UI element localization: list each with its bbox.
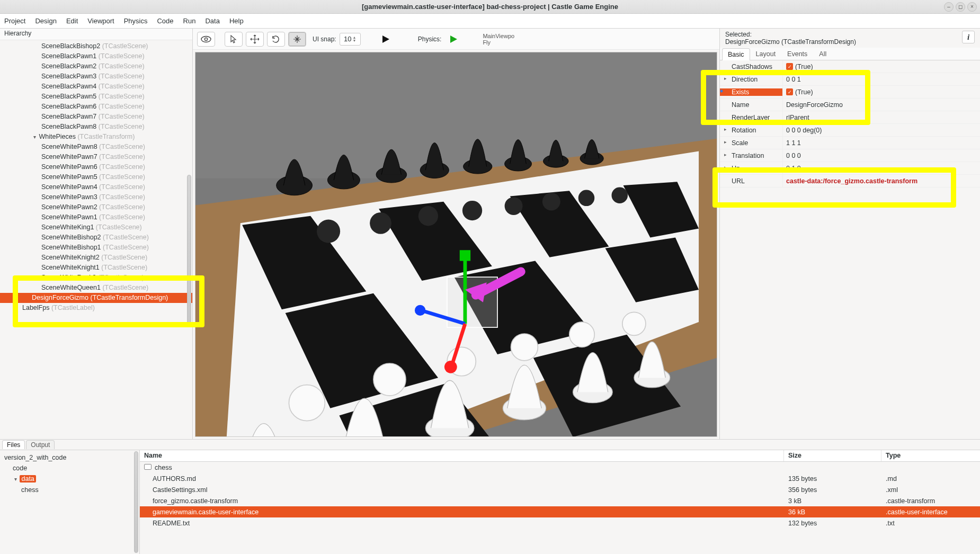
menu-physics[interactable]: Physics (124, 17, 148, 25)
file-tree-scrollbar[interactable] (134, 451, 138, 553)
property-value[interactable]: 0 0 0 (782, 149, 980, 162)
tree-row[interactable]: SceneBlackPawn3 (TCastleScene) (0, 72, 192, 82)
property-row[interactable]: ◆Exists✓(True) (720, 86, 980, 99)
property-value[interactable]: rlParent (782, 111, 980, 123)
tab-events[interactable]: Events (781, 48, 813, 60)
menu-edit[interactable]: Edit (66, 17, 78, 25)
tree-row[interactable]: SceneWhitePawn3 (TCastleScene) (0, 192, 192, 202)
property-row[interactable]: ▸Scale1 1 1 (720, 137, 980, 149)
expand-icon[interactable]: ▾ (13, 474, 18, 485)
tree-row[interactable]: DesignForceGizmo (TCastleTransformDesign… (0, 293, 192, 303)
property-row[interactable]: NameDesignForceGizmo (720, 99, 980, 111)
file-row[interactable]: CastleSettings.xml356 bytes.xml (140, 484, 980, 495)
tree-row[interactable]: SceneBlackPawn7 (TCastleScene) (0, 112, 192, 122)
tree-row[interactable]: SceneWhiteBishop2 (TCastleScene) (0, 233, 192, 243)
tree-row[interactable]: SceneWhitePawn1 (TCastleScene) (0, 212, 192, 222)
file-tree-item[interactable]: chess (2, 485, 137, 495)
camera-info[interactable]: MainViewpo Fly (483, 33, 514, 46)
property-value[interactable]: ✓(True) (782, 86, 980, 98)
property-value[interactable]: ✓(True) (782, 60, 980, 73)
menu-help[interactable]: Help (229, 17, 244, 25)
checkbox-icon[interactable]: ✓ (786, 88, 793, 95)
menu-code[interactable]: Code (157, 17, 173, 25)
menu-data[interactable]: Data (205, 17, 219, 25)
tree-row[interactable]: SceneWhiteKnight2 (TCastleScene) (0, 253, 192, 263)
tree-row[interactable]: SceneBlackPawn2 (TCastleScene) (0, 61, 192, 72)
tree-row[interactable]: SceneWhitePawn5 (TCastleScene) (0, 172, 192, 182)
col-size[interactable]: Size (784, 450, 881, 461)
tool-rotate-button[interactable] (267, 32, 285, 47)
tree-row[interactable]: SceneWhiteKing1 (TCastleScene) (0, 222, 192, 233)
tree-row[interactable]: SceneWhitePawn6 (TCastleScene) (0, 162, 192, 172)
tool-scale-button[interactable] (288, 32, 306, 47)
property-row[interactable]: ▸Up0 1 0 (720, 162, 980, 175)
tab-basic[interactable]: Basic (722, 48, 750, 60)
chevron-right-icon[interactable]: ▸ (724, 139, 727, 145)
property-value[interactable]: 0 0 0 deg(0) (782, 124, 980, 136)
property-row[interactable]: URLcastle-data:/force_gizmo.castle-trans… (720, 175, 980, 187)
tool-select-button[interactable] (225, 32, 243, 47)
tool-move-button[interactable] (246, 32, 264, 47)
file-row[interactable]: force_gizmo.castle-transform3 kB.castle-… (140, 495, 980, 506)
menu-project[interactable]: Project (4, 17, 25, 25)
tree-row[interactable]: SceneBlackBishop2 (TCastleScene) (0, 41, 192, 51)
snap-input[interactable]: 10 ▲▼ (340, 33, 361, 46)
file-list-header[interactable]: Name Size Type (140, 450, 980, 462)
file-list-body[interactable]: chessAUTHORS.md135 bytes.mdCastleSetting… (140, 462, 980, 554)
tree-row[interactable]: SceneWhitePawn2 (TCastleScene) (0, 202, 192, 212)
tree-row[interactable]: SceneWhiteBishop1 (TCastleScene) (0, 243, 192, 253)
tool-preview-button[interactable] (197, 32, 215, 47)
file-row[interactable]: AUTHORS.md135 bytes.md (140, 473, 980, 484)
chevron-right-icon[interactable]: ▸ (724, 152, 727, 157)
tree-row[interactable]: SceneBlackPawn1 (TCastleScene) (0, 51, 192, 61)
tree-row[interactable]: SceneWhiteKnight1 (TCastleScene) (0, 263, 192, 273)
hierarchy-scrollbar[interactable] (187, 175, 191, 325)
physics-play-button[interactable] (444, 32, 462, 47)
hierarchy-tree[interactable]: SceneBlackBishop2 (TCastleScene)SceneBla… (0, 40, 192, 439)
property-row[interactable]: RenderLayerrlParent (720, 111, 980, 124)
tree-row[interactable]: SceneWhitePawn8 (TCastleScene) (0, 142, 192, 152)
chevron-right-icon[interactable]: ▸ (724, 76, 727, 81)
tree-row[interactable]: SceneBlackPawn8 (TCastleScene) (0, 122, 192, 132)
tree-row[interactable]: SceneBlackPawn6 (TCastleScene) (0, 102, 192, 112)
tree-row[interactable]: SceneWhitePawn7 (TCastleScene) (0, 152, 192, 162)
file-tree-item[interactable]: code (2, 463, 137, 473)
tab-output[interactable]: Output (26, 440, 55, 449)
tree-row[interactable]: ▾ WhitePieces (TCastleTransform) (0, 132, 192, 142)
tab-all[interactable]: All (813, 48, 832, 60)
play-simulation-button[interactable] (377, 32, 395, 47)
chevron-right-icon[interactable]: ▸ (724, 127, 727, 132)
property-grid[interactable]: CastShadows✓(True)▸Direction0 0 1◆Exists… (720, 60, 980, 439)
property-value[interactable]: 0 1 0 (782, 162, 980, 174)
property-value[interactable]: 0 0 1 (782, 73, 980, 85)
property-row[interactable]: ▸Translation0 0 0 (720, 149, 980, 162)
file-row-folder[interactable]: chess (140, 462, 980, 473)
file-tree[interactable]: version_2_with_code code▾ datachess (0, 450, 140, 554)
property-row[interactable]: ▸Rotation0 0 0 deg(0) (720, 124, 980, 137)
window-close-button[interactable]: × (967, 2, 977, 12)
checkbox-icon[interactable]: ✓ (786, 63, 793, 70)
tab-layout[interactable]: Layout (750, 48, 782, 60)
tree-row[interactable]: SceneWhiteQueen1 (TCastleScene) (0, 283, 192, 293)
file-row[interactable]: gameviewmain.castle-user-interface36 kB.… (140, 506, 980, 517)
tree-row[interactable]: SceneBlackPawn5 (TCastleScene) (0, 92, 192, 102)
menu-viewport[interactable]: Viewport (87, 17, 114, 25)
window-minimize-button[interactable]: – (944, 2, 954, 12)
property-value[interactable]: castle-data:/force_gizmo.castle-transfor… (782, 175, 980, 187)
menu-run[interactable]: Run (183, 17, 196, 25)
property-row[interactable]: CastShadows✓(True) (720, 60, 980, 73)
property-value[interactable]: DesignForceGizmo (782, 99, 980, 111)
tree-row[interactable]: SceneWhiteRook2 (TCastleScene) (0, 273, 192, 283)
info-button[interactable]: i (962, 31, 975, 43)
file-row[interactable]: README.txt132 bytes.txt (140, 517, 980, 529)
property-row[interactable]: ▸Direction0 0 1 (720, 73, 980, 86)
chevron-right-icon[interactable]: ▸ (724, 165, 727, 170)
tree-row[interactable]: SceneBlackPawn4 (TCastleScene) (0, 82, 192, 92)
file-tree-root[interactable]: version_2_with_code (2, 452, 137, 463)
menu-design[interactable]: Design (35, 17, 56, 25)
property-value[interactable]: 1 1 1 (782, 137, 980, 149)
tree-row[interactable]: SceneWhitePawn4 (TCastleScene) (0, 182, 192, 192)
tree-row[interactable]: LabelFps (TCastleLabel) (0, 303, 192, 313)
col-name[interactable]: Name (140, 450, 784, 461)
window-maximize-button[interactable]: ◻ (956, 2, 965, 12)
